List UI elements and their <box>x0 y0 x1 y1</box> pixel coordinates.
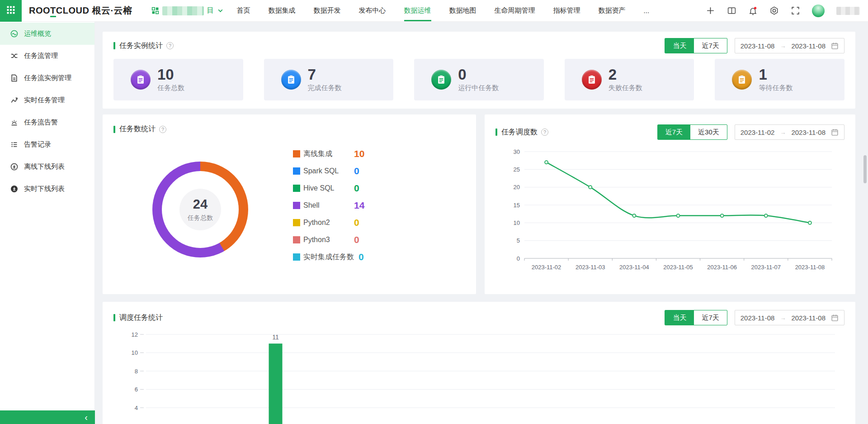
svg-text:2023-11-08: 2023-11-08 <box>795 264 825 271</box>
sidebar-item-4[interactable]: 实时任务管理 <box>0 89 94 111</box>
toggle-option-2[interactable]: 近7天 <box>694 38 726 53</box>
legend-item-7[interactable]: 实时集成任务数0 <box>293 248 364 266</box>
sidebar-item-8[interactable]: 实时下线列表 <box>0 178 94 200</box>
legend-item-3[interactable]: Hive SQL0 <box>293 180 364 197</box>
section-controls: 近7天近30天2023-11-02→2023-11-08 <box>657 124 844 140</box>
title-accent-bar <box>113 314 115 321</box>
nav-item-10[interactable]: ... <box>644 0 650 21</box>
date-to: 2023-11-08 <box>791 129 826 136</box>
username-redacted[interactable] <box>836 7 860 15</box>
section-header: 任务实例统计 ? 当天近7天2023-11-08→2023-11-08 <box>103 32 855 53</box>
time-range-toggle: 当天近7天 <box>665 38 727 53</box>
stat-card-value: 1 <box>759 67 793 82</box>
toggle-option-1[interactable]: 近7天 <box>658 125 690 139</box>
calendar-icon[interactable] <box>831 42 839 50</box>
svg-text:6: 6 <box>135 386 138 393</box>
toggle-option-1[interactable]: 当天 <box>665 310 694 325</box>
avatar[interactable] <box>812 5 825 17</box>
nav-item-9[interactable]: 数据资产 <box>599 0 626 21</box>
calendar-icon[interactable] <box>831 314 839 322</box>
legend-item-1[interactable]: 离线集成10 <box>293 145 364 162</box>
legend-item-6[interactable]: Python30 <box>293 231 364 248</box>
svg-text:2023-11-05: 2023-11-05 <box>663 264 693 271</box>
date-from: 2023-11-02 <box>741 129 775 136</box>
nav-item-1[interactable]: 首页 <box>237 0 250 21</box>
legend-item-2[interactable]: Spark SQL0 <box>293 162 364 180</box>
stat-card-label: 任务总数 <box>157 84 184 92</box>
legend-label: 实时集成任务数 <box>303 252 354 262</box>
svg-text:2023-11-07: 2023-11-07 <box>751 264 781 271</box>
line-chart: 0510152025302023-11-022023-11-032023-11-… <box>493 142 845 286</box>
legend-swatch <box>293 202 300 209</box>
project-grid-icon <box>151 7 159 14</box>
svg-text:10: 10 <box>132 349 138 356</box>
sidebar-item-3[interactable]: 任务流实例管理 <box>0 67 94 89</box>
nav-item-2[interactable]: 数据集成 <box>269 0 296 21</box>
sidebar-item-label: 任务流实例管理 <box>24 74 71 82</box>
nav-item-3[interactable]: 数据开发 <box>314 0 341 21</box>
toggle-option-2[interactable]: 近7天 <box>694 310 726 325</box>
top-nav: 首页数据集成数据开发发布中心数据运维数据地图生命周期管理指标管理数据资产... <box>237 0 650 21</box>
date-range-picker[interactable]: 2023-11-02→2023-11-08 <box>735 124 844 140</box>
section-title: 任务调度数 ? <box>495 128 548 137</box>
logo-text: CLOUD 根云·云榕 <box>56 5 132 15</box>
topbar-actions <box>706 5 868 17</box>
legend-item-4[interactable]: Shell14 <box>293 197 364 214</box>
sidebar-item-5[interactable]: 任务流告警 <box>0 111 94 133</box>
nav-item-8[interactable]: 指标管理 <box>553 0 580 21</box>
help-icon[interactable]: ? <box>166 42 174 49</box>
section-title-text: 任务数统计 <box>119 124 156 134</box>
legend-item-5[interactable]: Python20 <box>293 214 364 231</box>
help-icon[interactable]: ? <box>541 129 548 136</box>
bell-icon[interactable] <box>748 6 758 15</box>
legend-label: 离线集成 <box>303 149 349 159</box>
arrow-right-icon: → <box>780 43 786 49</box>
calendar-icon[interactable] <box>831 129 839 136</box>
help-icon[interactable]: ? <box>159 126 166 133</box>
sidebar-item-2[interactable]: 任务流管理 <box>0 45 94 67</box>
sidebar-item-6[interactable]: 告警记录 <box>0 133 94 156</box>
nav-item-7[interactable]: 生命周期管理 <box>495 0 535 21</box>
legend-swatch <box>293 253 300 261</box>
legend-swatch <box>293 185 300 192</box>
panel-task-schedule: 任务调度数 ? 近7天近30天2023-11-02→2023-11-08 051… <box>485 114 855 294</box>
gear-icon[interactable] <box>769 6 779 15</box>
date-range-picker[interactable]: 2023-11-08→2023-11-08 <box>735 310 844 325</box>
sidebar-collapse-button[interactable]: ‹ <box>0 410 95 424</box>
date-range-picker[interactable]: 2023-11-08→2023-11-08 <box>735 38 844 53</box>
nav-item-5[interactable]: 数据运维 <box>404 0 431 21</box>
section-controls: 当天近7天2023-11-08→2023-11-08 <box>665 310 844 325</box>
collapse-chevron-icon: ‹ <box>85 413 88 422</box>
clipboard-icon <box>431 70 451 90</box>
date-from: 2023-11-08 <box>741 42 775 50</box>
svg-text:2023-11-04: 2023-11-04 <box>619 264 649 271</box>
toggle-option-1[interactable]: 当天 <box>665 38 694 53</box>
nav-item-4[interactable]: 发布中心 <box>359 0 386 21</box>
nav-item-6[interactable]: 数据地图 <box>449 0 476 21</box>
legend-label: Spark SQL <box>303 167 349 175</box>
donut-total-label: 任务总数 <box>188 214 213 222</box>
book-icon[interactable] <box>727 6 736 15</box>
date-to: 2023-11-08 <box>791 42 826 50</box>
stat-card-value: 10 <box>157 67 184 82</box>
legend-value: 0 <box>359 252 364 262</box>
svg-text:20: 20 <box>514 184 520 191</box>
scrollbar-thumb[interactable] <box>863 155 867 183</box>
alarm-icon <box>10 119 18 126</box>
project-selector[interactable]: 目 <box>151 6 223 15</box>
toggle-option-2[interactable]: 近30天 <box>690 125 727 139</box>
legend-swatch <box>293 150 300 157</box>
app-grid-button[interactable] <box>0 0 22 22</box>
project-name-suffix: 目 <box>207 6 214 15</box>
fullscreen-icon[interactable] <box>791 6 800 15</box>
project-name-redacted <box>162 6 204 15</box>
date-from: 2023-11-08 <box>741 314 775 322</box>
panel-schedule-task-stats: 调度任务统计 当天近7天2023-11-08→2023-11-08 121086… <box>103 302 855 424</box>
svg-text:30: 30 <box>514 148 520 155</box>
sidebar-item-label: 任务流管理 <box>24 52 58 60</box>
plus-icon[interactable] <box>706 6 715 15</box>
app-root: ROOTCLOUD 根云·云榕 目 首页数据集成数据开发发布中心数据运维数据地图… <box>0 0 868 424</box>
legend-value: 0 <box>354 217 359 228</box>
sidebar-item-7[interactable]: 离线下线列表 <box>0 156 94 178</box>
sidebar-item-1[interactable]: 运维概览 <box>0 23 94 45</box>
